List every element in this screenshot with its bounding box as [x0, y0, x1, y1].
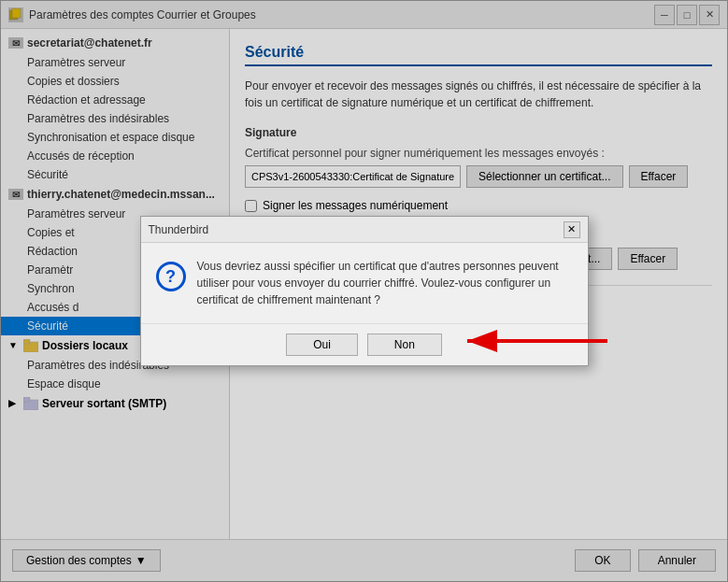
modal-question-icon: ?	[156, 262, 186, 291]
modal-overlay: Thunderbird ✕ ? Vous devriez aussi spéci…	[0, 0, 728, 582]
modal-message: Vous devriez aussi spécifier un certific…	[197, 258, 573, 308]
modal-no-button[interactable]: Non	[367, 334, 442, 356]
modal-body: ? Vous devriez aussi spécifier un certif…	[141, 243, 588, 323]
thunderbird-dialog: Thunderbird ✕ ? Vous devriez aussi spéci…	[140, 216, 589, 366]
modal-title-bar: Thunderbird ✕	[141, 217, 588, 243]
modal-title: Thunderbird	[149, 223, 564, 236]
modal-yes-button[interactable]: Oui	[286, 334, 358, 356]
modal-close-button[interactable]: ✕	[564, 221, 580, 238]
modal-footer: Oui Non	[141, 323, 588, 365]
